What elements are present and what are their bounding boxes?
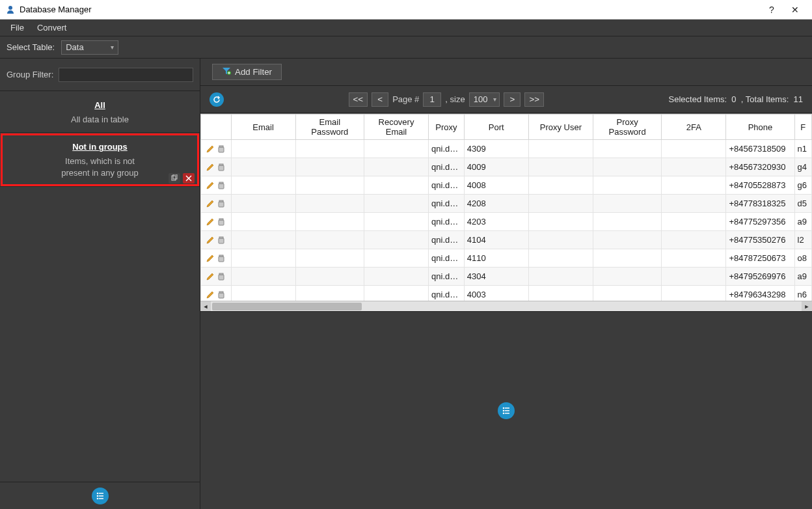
trash-icon[interactable]: [217, 290, 226, 299]
cell-proxy: qni.d…: [429, 158, 465, 176]
edit-icon[interactable]: [206, 163, 215, 172]
svg-rect-23: [219, 255, 223, 256]
col-last[interactable]: F: [794, 115, 811, 140]
scroll-left-arrow-icon[interactable]: ◄: [200, 301, 211, 311]
group-filter-input[interactable]: [59, 68, 193, 82]
col-recovery-email[interactable]: Recovery Email: [364, 115, 428, 140]
group-card-not-in-groups[interactable]: Not in groups Items, which is not presen…: [0, 133, 200, 186]
trash-icon[interactable]: [217, 236, 226, 245]
cell-proxy-password: [593, 231, 662, 249]
trash-icon[interactable]: [217, 181, 226, 190]
pager-next-button[interactable]: >: [504, 92, 521, 107]
table-row[interactable]: qni.d…4203+84775297356a9: [201, 213, 812, 231]
cell-phone: +84567320930: [726, 158, 794, 176]
col-proxy-password[interactable]: Proxy Password: [593, 115, 662, 140]
col-port[interactable]: Port: [464, 115, 528, 140]
cell-proxy: qni.d…: [429, 176, 465, 195]
col-proxy[interactable]: Proxy: [429, 115, 465, 140]
pager-size-value: 100: [474, 94, 488, 104]
table-row[interactable]: qni.d…4110+84787250673o8: [201, 249, 812, 268]
trash-icon[interactable]: [217, 217, 226, 227]
pager-first-button[interactable]: <<: [349, 92, 368, 107]
cell-port: 4104: [464, 231, 528, 249]
table-row[interactable]: qni.d…4304+84795269976a9: [201, 268, 812, 286]
svg-rect-12: [219, 165, 224, 171]
svg-rect-13: [219, 164, 223, 165]
list-icon[interactable]: [92, 488, 109, 504]
edit-icon[interactable]: [206, 290, 215, 299]
close-button[interactable]: ✕: [783, 5, 807, 15]
trash-icon[interactable]: [217, 254, 226, 263]
row-actions: [201, 249, 232, 268]
trash-icon[interactable]: [217, 163, 226, 172]
cell-email: [231, 158, 295, 176]
edit-icon[interactable]: [206, 236, 215, 245]
cell-port: 4208: [464, 195, 528, 213]
sidebar: Group Filter: All All data in table Not …: [0, 59, 200, 509]
svg-rect-25: [219, 273, 223, 275]
horizontal-scrollbar[interactable]: ◄ ►: [200, 301, 812, 311]
main-content: Add Filter << < Page # , size 100 ▾ >: [200, 59, 812, 509]
copy-icon[interactable]: [169, 173, 180, 184]
col-2fa[interactable]: 2FA: [662, 115, 726, 140]
trash-icon[interactable]: [217, 199, 226, 208]
svg-rect-33: [505, 407, 509, 409]
pager-prev-button[interactable]: <: [372, 92, 388, 107]
pager-last-button[interactable]: >>: [524, 92, 544, 107]
add-filter-button[interactable]: Add Filter: [212, 64, 282, 80]
select-table-dropdown[interactable]: Data ▾: [61, 40, 118, 55]
cell-phone: +84778318325: [726, 195, 794, 213]
row-actions: [201, 176, 232, 195]
svg-point-34: [503, 409, 505, 411]
cell-recovery-email: [364, 195, 428, 213]
svg-rect-1: [172, 176, 176, 180]
svg-rect-2: [173, 174, 177, 179]
cell-2fa: [662, 268, 726, 286]
pager-page-input[interactable]: [423, 92, 441, 107]
row-actions: [201, 195, 232, 213]
cell-2fa: [662, 158, 726, 176]
delete-icon[interactable]: [183, 173, 195, 184]
list-icon[interactable]: [498, 402, 515, 419]
cell-proxy-password: [593, 195, 662, 213]
edit-icon[interactable]: [206, 272, 215, 281]
svg-rect-16: [219, 202, 224, 207]
data-grid-wrap: Email Email Password Recovery Email Prox…: [200, 113, 812, 311]
svg-rect-26: [219, 293, 224, 298]
table-row[interactable]: qni.d…4009+84567320930g4: [201, 158, 812, 176]
scroll-thumb[interactable]: [212, 303, 362, 310]
col-proxy-user[interactable]: Proxy User: [528, 115, 593, 140]
col-actions[interactable]: [201, 115, 232, 140]
table-row[interactable]: qni.d…4104+84775350276l2: [201, 231, 812, 249]
refresh-button[interactable]: [210, 92, 224, 107]
table-row[interactable]: qni.d…4208+84778318325d5: [201, 195, 812, 213]
edit-icon[interactable]: [206, 254, 215, 263]
help-button[interactable]: ?: [760, 5, 783, 15]
cell-recovery-email: [364, 158, 428, 176]
selected-items-count: 0: [731, 94, 736, 104]
cell-last: l2: [794, 231, 811, 249]
cell-proxy-user: [528, 268, 593, 286]
app-icon: [5, 5, 16, 15]
row-actions: [201, 231, 232, 249]
cell-proxy-user: [528, 213, 593, 231]
edit-icon[interactable]: [206, 181, 215, 190]
edit-icon[interactable]: [206, 217, 215, 227]
col-email-password[interactable]: Email Password: [295, 115, 364, 140]
trash-icon[interactable]: [217, 272, 226, 281]
group-card-all[interactable]: All All data in table: [0, 91, 200, 133]
pager-size-select[interactable]: 100 ▾: [469, 92, 500, 107]
menu-convert[interactable]: Convert: [31, 21, 74, 34]
trash-icon[interactable]: [217, 144, 226, 154]
scroll-right-arrow-icon[interactable]: ►: [802, 301, 812, 311]
cell-proxy: qni.d…: [429, 140, 465, 158]
svg-rect-14: [219, 184, 224, 189]
col-phone[interactable]: Phone: [726, 115, 794, 140]
table-row[interactable]: qni.d…4309+84567318509n1: [201, 140, 812, 158]
svg-rect-22: [219, 256, 224, 262]
edit-icon[interactable]: [206, 144, 215, 154]
menu-file[interactable]: File: [4, 21, 31, 34]
edit-icon[interactable]: [206, 199, 215, 208]
col-email[interactable]: Email: [231, 115, 295, 140]
table-row[interactable]: qni.d…4008+84705528873g6: [201, 176, 812, 195]
